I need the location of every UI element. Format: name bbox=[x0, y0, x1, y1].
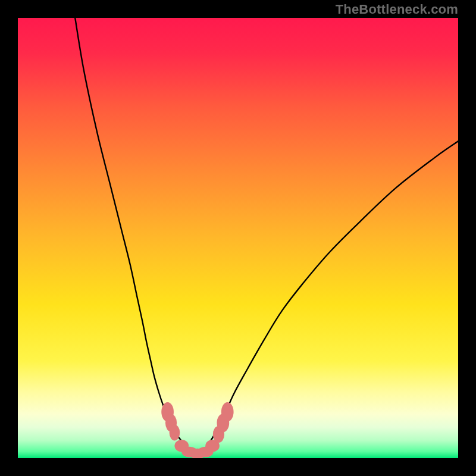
data-marker bbox=[170, 425, 180, 441]
watermark-text: TheBottleneck.com bbox=[336, 2, 458, 17]
curve-left-branch bbox=[75, 18, 189, 452]
curve-right-branch bbox=[203, 141, 458, 452]
plot-area bbox=[18, 18, 458, 458]
curves-layer bbox=[18, 18, 458, 458]
marker-group bbox=[161, 402, 233, 458]
chart-frame: TheBottleneck.com bbox=[0, 0, 476, 476]
data-marker bbox=[221, 402, 234, 422]
